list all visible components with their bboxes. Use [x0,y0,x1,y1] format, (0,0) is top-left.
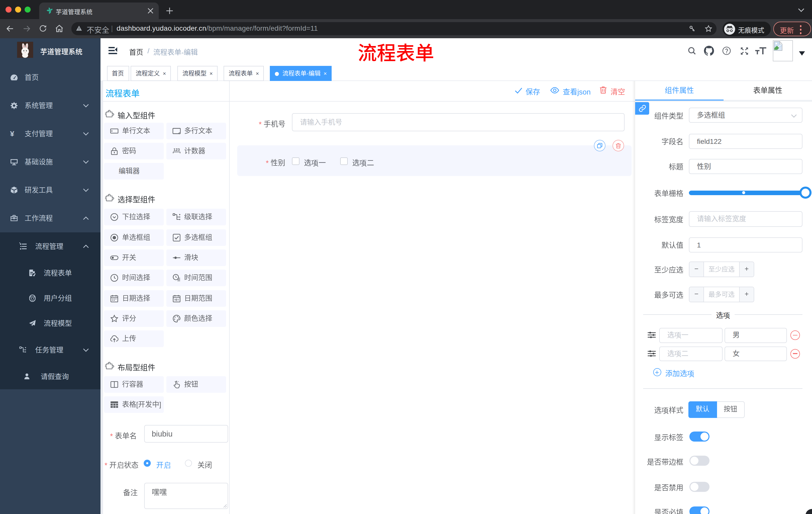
svg-text:123: 123 [173,147,180,152]
